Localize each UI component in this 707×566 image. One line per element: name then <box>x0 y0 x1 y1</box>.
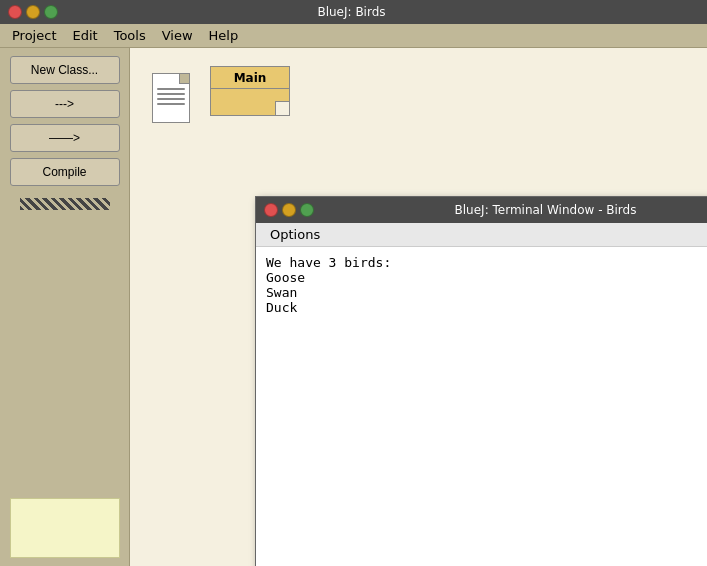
menu-project[interactable]: Project <box>4 26 64 45</box>
diagram-area: Main BlueJ: Terminal Window - Birds <box>130 48 707 566</box>
doc-icon-fold <box>179 74 189 84</box>
menu-bar: Project Edit Tools View Help <box>0 24 707 48</box>
maximize-button[interactable] <box>44 5 58 19</box>
doc-line-4 <box>157 103 185 105</box>
terminal-menu-options[interactable]: Options <box>262 225 328 244</box>
arrow-solid-button[interactable]: ——> <box>10 124 120 152</box>
doc-icon-body <box>152 73 190 123</box>
doc-line-3 <box>157 98 185 100</box>
arrow-solid-label: ——> <box>49 131 80 145</box>
terminal-content: We have 3 birds: Goose Swan Duck <box>256 247 707 566</box>
title-bar-buttons <box>8 5 58 19</box>
terminal-title-bar: BlueJ: Terminal Window - Birds <box>256 197 707 223</box>
menu-tools[interactable]: Tools <box>106 26 154 45</box>
class-box-corner <box>275 101 289 115</box>
menu-help[interactable]: Help <box>201 26 247 45</box>
terminal-title: BlueJ: Terminal Window - Birds <box>320 203 707 217</box>
arrow-right-label: ---> <box>55 97 74 111</box>
main-class-header: Main <box>210 66 290 88</box>
doc-line-2 <box>157 93 185 95</box>
terminal-close-button[interactable] <box>264 203 278 217</box>
menu-view[interactable]: View <box>154 26 201 45</box>
main-window: BlueJ: Birds Project Edit Tools View Hel… <box>0 0 707 566</box>
content-area: New Class... ---> ——> Compile <box>0 48 707 566</box>
new-class-button[interactable]: New Class... <box>10 56 120 84</box>
title-bar: BlueJ: Birds <box>0 0 707 24</box>
terminal-window: BlueJ: Terminal Window - Birds Options W… <box>255 196 707 566</box>
terminal-maximize-button[interactable] <box>300 203 314 217</box>
document-icon <box>152 73 194 125</box>
separator <box>20 198 110 210</box>
menu-edit[interactable]: Edit <box>64 26 105 45</box>
window-title: BlueJ: Birds <box>64 5 639 19</box>
compile-button[interactable]: Compile <box>10 158 120 186</box>
terminal-menu-bar: Options <box>256 223 707 247</box>
arrow-right-button[interactable]: ---> <box>10 90 120 118</box>
close-button[interactable] <box>8 5 22 19</box>
main-class-body <box>210 88 290 116</box>
terminal-title-buttons <box>264 203 314 217</box>
sidebar: New Class... ---> ——> Compile <box>0 48 130 566</box>
doc-line-1 <box>157 88 185 90</box>
terminal-minimize-button[interactable] <box>282 203 296 217</box>
main-class-box[interactable]: Main <box>210 66 290 116</box>
note-pad <box>10 498 120 558</box>
minimize-button[interactable] <box>26 5 40 19</box>
